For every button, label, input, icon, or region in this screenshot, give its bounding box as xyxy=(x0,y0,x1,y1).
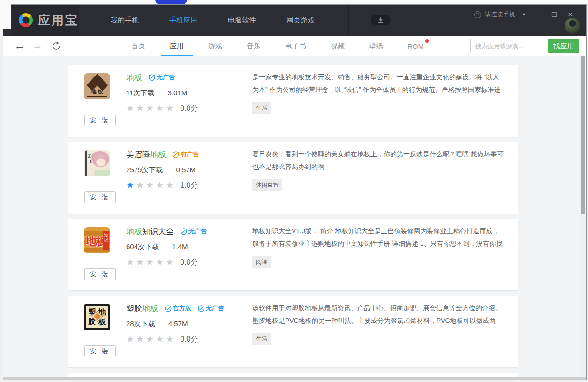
app-description-column: 该软件用于对塑胶地板从最新资讯、产品中心、招商加盟、展会信息等全方位的介绍。 塑… xyxy=(252,302,505,345)
refresh-icon[interactable] xyxy=(51,41,61,51)
app-size: 3.01M xyxy=(168,89,188,98)
icon-label: 地 板 xyxy=(87,88,107,97)
badge-label: 无广告 xyxy=(188,227,207,236)
brand-name: 应用宝 xyxy=(38,12,79,29)
shield-icon xyxy=(181,228,187,235)
shield-icon xyxy=(149,74,155,81)
tab-video[interactable]: 视频 xyxy=(329,36,347,56)
app-card-diban: 地 板 安 装 地板 无广告 11次下载 3.01M ★★★★★ 0.0分 xyxy=(68,65,518,137)
nav-item-my-phone[interactable]: 我的手机 xyxy=(111,16,139,25)
app-size: 4.57M xyxy=(168,320,188,329)
no-ad-badge: 无广告 xyxy=(198,304,224,313)
download-count: 28次下载 xyxy=(126,320,155,329)
star-empty-icon: ★ xyxy=(156,257,166,267)
maximize-button[interactable]: ☐ xyxy=(551,11,558,18)
nav-item-web-games[interactable]: 网页游戏 xyxy=(286,16,315,25)
app-title-keyword: 地板 xyxy=(150,150,166,159)
user-avatar[interactable] xyxy=(565,18,580,33)
install-button[interactable]: 安 装 xyxy=(84,268,116,280)
icon-ribbon-label: 知识 xyxy=(103,231,109,250)
logo-block: 应用宝 xyxy=(12,5,79,36)
badge-label: 无广告 xyxy=(206,304,224,313)
tab-rom[interactable]: ROM xyxy=(406,36,426,56)
category-tag[interactable]: 阅读 xyxy=(252,256,271,268)
download-count: 604次下载 xyxy=(126,243,159,252)
app-title[interactable]: 塑胶地板 xyxy=(126,303,158,314)
app-title-keyword: 地板 xyxy=(126,73,142,82)
titlebar: 应用宝 我的手机 手机应用 电脑软件 网页游戏 ? 请连接手机 ▼ ─ ☐ ✕ xyxy=(3,5,586,36)
star-empty-icon: ★ xyxy=(156,180,166,190)
close-button[interactable]: ✕ xyxy=(567,11,573,18)
app-card-partial xyxy=(68,373,518,377)
star-empty-icon: ★ xyxy=(136,334,146,344)
app-title-text: 塑胶 xyxy=(126,304,142,313)
app-info: 地板知识大全 无广告 604次下载 1.4M ★★★★★ 0.0分 xyxy=(126,225,253,267)
search-button[interactable]: 找应用 xyxy=(548,39,579,53)
app-info: 地板 无广告 11次下载 3.01M ★★★★★ 0.0分 xyxy=(126,71,253,114)
tab-home[interactable]: 首页 xyxy=(129,36,147,56)
app-description: 是一家专业的地板技术开发、销售、服务型公司。一直注重企业文化的建设。将 “以人为… xyxy=(252,71,505,96)
vertical-scrollbar-track[interactable] xyxy=(580,56,585,377)
star-rating: ★★★★★ xyxy=(126,180,175,191)
chevron-down-icon[interactable]: ▼ xyxy=(522,12,526,17)
no-ad-badge: 无广告 xyxy=(149,73,175,82)
background-window-corner xyxy=(0,0,11,29)
install-button[interactable]: 安 装 xyxy=(84,115,116,126)
app-icon-floor-knowledge[interactable]: 地板 知识 xyxy=(84,227,110,253)
download-manager-button[interactable] xyxy=(371,15,391,25)
minimize-button[interactable]: ─ xyxy=(536,11,541,18)
tab-rom-label: ROM xyxy=(407,42,424,50)
install-button[interactable]: 安 装 xyxy=(84,191,116,203)
star-empty-icon: ★ xyxy=(156,334,166,344)
tab-music[interactable]: 音乐 xyxy=(245,36,263,56)
no-ad-badge: 无广告 xyxy=(181,227,207,236)
forward-icon[interactable]: → xyxy=(32,41,43,51)
tab-ebooks[interactable]: 电子书 xyxy=(283,36,308,56)
star-empty-icon: ★ xyxy=(146,103,156,113)
star-empty-icon: ★ xyxy=(126,257,136,267)
star-empty-icon: ★ xyxy=(136,103,146,113)
app-icon-plastic-floor[interactable]: 塑 地 胶 板 xyxy=(84,304,110,330)
star-filled-icon: ★ xyxy=(126,180,136,190)
nav-item-pc-software[interactable]: 电脑软件 xyxy=(228,16,256,25)
help-icon[interactable]: ? xyxy=(474,11,481,18)
vertical-scrollbar-thumb[interactable] xyxy=(581,56,585,214)
titlebar-right-controls: ? 请连接手机 ▼ ─ ☐ ✕ xyxy=(474,10,573,19)
app-list: 地 板 安 装 地板 无广告 11次下载 3.01M ★★★★★ 0.0分 xyxy=(3,56,586,377)
nav-item-mobile-apps[interactable]: 手机应用 xyxy=(169,16,197,25)
background-window-fragment xyxy=(155,0,187,4)
tab-wallpaper[interactable]: 壁纸 xyxy=(367,36,385,56)
star-empty-icon: ★ xyxy=(146,257,156,267)
star-empty-icon: ★ xyxy=(166,257,175,267)
install-button[interactable]: 安 装 xyxy=(84,345,116,357)
icon-label: z xyxy=(90,159,92,164)
main-nav: 我的手机 手机应用 电脑软件 网页游戏 xyxy=(111,5,345,36)
back-icon[interactable]: ← xyxy=(15,41,25,51)
tab-apps[interactable]: 应用 xyxy=(168,36,186,56)
star-empty-icon: ★ xyxy=(136,180,146,190)
tab-games[interactable]: 游戏 xyxy=(206,36,224,56)
app-window: 应用宝 我的手机 手机应用 电脑软件 网页游戏 ? 请连接手机 ▼ ─ ☐ ✕ … xyxy=(3,4,587,380)
category-tag[interactable]: 休闲益智 xyxy=(252,179,282,191)
star-rating: ★★★★★ xyxy=(126,257,175,267)
app-title-text: 美眉睡 xyxy=(126,150,150,159)
app-title-keyword: 地板 xyxy=(142,304,158,313)
star-empty-icon: ★ xyxy=(166,103,175,113)
app-title[interactable]: 美眉睡地板 xyxy=(126,149,166,160)
star-empty-icon: ★ xyxy=(126,103,136,113)
icon-label: 胶 xyxy=(88,317,96,327)
app-card-meimei-shui-diban: Z z 安 装 美眉睡地板 有广告 2579次下载 0.57M ★★★★★ xyxy=(68,142,518,214)
app-card-diban-zhishi-daquan: 地板 知识 安 装 地板知识大全 无广告 604次下载 1.4M ★★★★★ xyxy=(68,219,518,290)
download-arrow-icon xyxy=(377,17,384,23)
app-title[interactable]: 地板 xyxy=(126,72,142,83)
category-tag[interactable]: 生活 xyxy=(252,102,271,114)
app-size: 0.57M xyxy=(176,166,196,175)
app-icon-diban[interactable]: 地 板 xyxy=(84,73,110,99)
search-input[interactable] xyxy=(470,39,548,53)
app-title[interactable]: 地板知识大全 xyxy=(126,226,174,237)
official-seal-icon xyxy=(165,305,172,312)
category-tag[interactable]: 生活 xyxy=(252,333,271,345)
notification-dot xyxy=(425,39,429,43)
titlebar-divider xyxy=(348,5,349,36)
app-icon-sleeping-girl[interactable]: Z z xyxy=(84,150,110,176)
